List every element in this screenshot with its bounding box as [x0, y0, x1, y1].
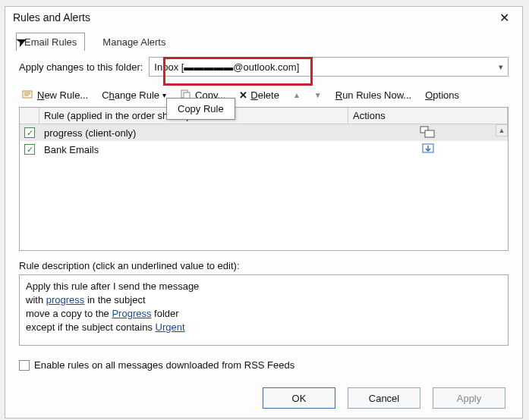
rules-grid: Rule (applied in the order shown) Action…	[19, 107, 509, 251]
header-checkbox-col	[20, 108, 39, 124]
row-action-icon	[348, 143, 508, 157]
desc-line-2: with progress in the subject	[26, 293, 502, 307]
folder-value: Inbox [▬▬▬▬▬@outlook.com]	[154, 61, 299, 73]
desc-line-3: move a copy to the Progress folder	[26, 307, 502, 321]
tab-email-rules[interactable]: Email Rules	[16, 33, 85, 51]
row-action-icon	[348, 126, 508, 140]
chevron-down-icon: ▾	[499, 62, 503, 72]
desc-line-1: Apply this rule after I send the message	[26, 280, 502, 293]
folder-select[interactable]: Inbox [▬▬▬▬▬@outlook.com] ▾	[149, 57, 509, 77]
description-label: Rule description (click an underlined va…	[19, 260, 509, 271]
dialog-footer: OK Cancel Apply	[5, 380, 522, 418]
desc-link-urgent[interactable]: Urgent	[156, 321, 185, 333]
ok-button[interactable]: OK	[263, 387, 335, 409]
delete-icon: ✕	[239, 89, 247, 101]
desc-link-progress[interactable]: progress	[46, 294, 85, 306]
checkmark-icon: ✓	[24, 144, 35, 155]
row-checkbox[interactable]: ✓	[20, 127, 39, 138]
apply-button[interactable]: Apply	[433, 387, 505, 409]
rules-and-alerts-dialog: Rules and Alerts ✕ ➤ Email Rules Manage …	[5, 6, 523, 418]
move-up-button[interactable]: ▲	[290, 89, 304, 101]
row-rule-name: Bank Emails	[39, 144, 348, 155]
dialog-content: Apply changes to this folder: Inbox [▬▬▬…	[5, 51, 522, 380]
grid-header: Rule (applied in the order shown) Action…	[20, 108, 508, 124]
new-rule-icon	[22, 89, 34, 101]
cancel-button[interactable]: Cancel	[348, 387, 420, 409]
tab-strip: Email Rules Manage Alerts	[5, 28, 522, 51]
run-rules-now-button[interactable]: Run Rules Now...	[332, 88, 414, 102]
table-row[interactable]: ✓ Bank Emails	[20, 141, 508, 158]
move-to-folder-icon	[420, 143, 436, 157]
copy-to-folder-icon	[419, 126, 437, 140]
copy-rule-tooltip: Copy Rule	[166, 98, 235, 120]
desc-line-4: except if the subject contains Urgent	[26, 321, 502, 334]
change-rule-button[interactable]: Change Rule ▾	[99, 88, 169, 102]
header-actions[interactable]: Actions	[348, 108, 508, 124]
table-row[interactable]: ✓ progress (client-only)	[20, 124, 508, 141]
folder-label: Apply changes to this folder:	[19, 61, 143, 73]
new-rule-button[interactable]: New Rule...	[19, 87, 91, 102]
desc-link-folder[interactable]: Progress	[112, 308, 151, 319]
row-rule-name: progress (client-only)	[39, 127, 348, 139]
rss-checkbox[interactable]: ✓	[19, 360, 30, 371]
checkmark-icon: ✓	[24, 127, 35, 138]
close-icon: ✕	[499, 11, 509, 25]
rss-row: ✓ Enable rules on all messages downloade…	[19, 359, 509, 371]
delete-button[interactable]: ✕ Delete	[236, 88, 282, 102]
move-down-button[interactable]: ▼	[311, 89, 325, 101]
folder-row: Apply changes to this folder: Inbox [▬▬▬…	[19, 57, 509, 77]
svg-rect-4	[425, 130, 434, 137]
grid-body: ▲ ✓ progress (client-only) ✓	[20, 124, 508, 250]
close-button[interactable]: ✕	[490, 8, 518, 27]
titlebar: Rules and Alerts ✕	[5, 7, 522, 28]
description-box: Apply this rule after I send the message…	[19, 274, 509, 346]
tab-manage-alerts[interactable]: Manage Alerts	[94, 33, 174, 51]
toolbar: New Rule... Change Rule ▾ Copy... ✕ Dele…	[19, 84, 509, 107]
rss-label: Enable rules on all messages downloaded …	[34, 359, 294, 371]
scroll-up-button[interactable]: ▲	[496, 124, 508, 136]
window-title: Rules and Alerts	[13, 11, 90, 24]
options-button[interactable]: Options	[422, 88, 462, 102]
row-checkbox[interactable]: ✓	[20, 144, 39, 155]
